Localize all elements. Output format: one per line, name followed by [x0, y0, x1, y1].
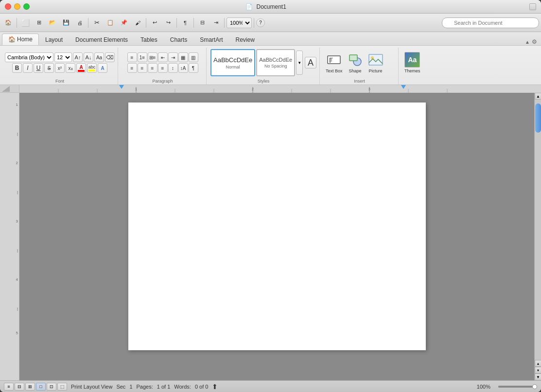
- ruler-tick-2: |: [17, 132, 18, 136]
- sort-button[interactable]: ↕A: [178, 63, 188, 73]
- search-input[interactable]: [442, 17, 539, 28]
- minimize-button[interactable]: [14, 3, 20, 10]
- title-icon: 📄: [245, 3, 253, 10]
- format-painter-button[interactable]: 🖌: [131, 17, 144, 29]
- insert-shape-button[interactable]: Shape: [346, 51, 365, 74]
- scroll-down-button[interactable]: ▾: [535, 367, 541, 374]
- view-btn-sidebar[interactable]: ⊞: [25, 383, 35, 391]
- styles-change-button[interactable]: A: [305, 57, 316, 68]
- zoom-thumb[interactable]: [532, 384, 537, 389]
- main-area: 1 | 2 | 3 | 4 | 5: [0, 85, 541, 380]
- view-btn-layout[interactable]: ⊡: [47, 383, 56, 391]
- home-toolbar-button[interactable]: 🏠: [2, 17, 15, 29]
- indent-button[interactable]: ⇥: [209, 17, 222, 29]
- zoom-control: 100%: [477, 384, 537, 390]
- zoom-select[interactable]: 100% 75% 125% 150%: [227, 17, 252, 28]
- open-button[interactable]: 📂: [46, 17, 59, 29]
- scroll-thumb[interactable]: [535, 103, 541, 133]
- font-case-button[interactable]: Aa: [94, 52, 104, 62]
- view-btn-master[interactable]: ⬚: [57, 383, 67, 391]
- tab-home-label: Home: [17, 36, 33, 43]
- view-btn-list[interactable]: ⊟: [15, 383, 24, 391]
- align-right-button[interactable]: ≡: [148, 63, 157, 73]
- subscript-button[interactable]: x₂: [66, 63, 75, 73]
- style-nospacing-label: No Spacing: [264, 64, 287, 68]
- cut-button[interactable]: ✂: [90, 17, 103, 29]
- styles-more-icon: ▼: [297, 61, 301, 65]
- tab-layout[interactable]: Layout: [39, 34, 69, 45]
- scroll-bottom-button[interactable]: ▼: [535, 374, 541, 380]
- font-color-button[interactable]: A: [76, 63, 86, 73]
- home-tab-icon: 🏠: [8, 36, 16, 43]
- document-canvas[interactable]: [19, 93, 534, 380]
- outline-list-button[interactable]: ⊞≡: [148, 52, 157, 62]
- font-family-select[interactable]: Cambria (Body) Arial Times New Roman: [5, 52, 53, 62]
- underline-button[interactable]: U: [34, 63, 43, 73]
- font-size-select[interactable]: 12 8 10 14 16: [54, 52, 72, 62]
- save-button[interactable]: 💾: [60, 17, 72, 29]
- bullet-list-button[interactable]: ≡: [127, 52, 137, 62]
- help-button[interactable]: ?: [256, 18, 265, 27]
- clear-format-button[interactable]: ⌫: [105, 52, 115, 62]
- tab-tables[interactable]: Tables: [134, 34, 164, 45]
- border-button[interactable]: ▦: [178, 52, 188, 62]
- view-btn-normal[interactable]: □: [36, 383, 46, 391]
- increase-indent-button[interactable]: ⇥: [168, 52, 178, 62]
- font-size-decrease-button[interactable]: A↓: [84, 52, 93, 62]
- vertical-scrollbar[interactable]: ▲ ▴ ▾ ▼: [534, 93, 541, 380]
- main-toolbar: 🏠 ⬜ ⊞ 📂 💾 🖨 ✂ 📋 📌 🖌 ↩ ↪ ¶ ⊟ ⇥ 100% 75: [0, 14, 541, 32]
- scroll-track[interactable]: [535, 100, 541, 360]
- tab-review[interactable]: Review: [229, 34, 261, 45]
- indent-icon: ⇥: [214, 19, 218, 26]
- ribbon-settings-icon[interactable]: ⚙: [532, 38, 537, 45]
- justify-button[interactable]: ≡: [158, 63, 168, 73]
- ribbon-group-paragraph: ≡ 1≡ ⊞≡ ⇤ ⇥ ▦ ▥ ≡ ≡ ≡ ≡ ↕ ↕A: [119, 48, 207, 85]
- bold-button[interactable]: B: [12, 63, 22, 73]
- redo-button[interactable]: ↪: [162, 17, 175, 29]
- paste-button[interactable]: 📌: [118, 17, 130, 29]
- insert-textbox-button[interactable]: T Text Box: [324, 51, 345, 74]
- tab-smartart[interactable]: SmartArt: [193, 34, 229, 45]
- font-size-increase-button[interactable]: A↑: [73, 52, 83, 62]
- strikethrough-button[interactable]: S: [44, 63, 54, 73]
- undo-button[interactable]: ↩: [148, 17, 161, 29]
- align-left-button[interactable]: ≡: [127, 63, 137, 73]
- scroll-down-up-button[interactable]: ▴: [535, 360, 541, 367]
- style-nospacing-button[interactable]: AaBbCcDdEe No Spacing: [256, 49, 295, 76]
- tab-document-elements[interactable]: Document Elements: [69, 34, 134, 45]
- pilcrow-button[interactable]: ¶: [179, 17, 192, 29]
- document-page[interactable]: [128, 102, 426, 350]
- styles-group-label: Styles: [210, 78, 316, 84]
- numbered-list-button[interactable]: 1≡: [138, 52, 147, 62]
- superscript-button[interactable]: x²: [55, 63, 65, 73]
- resize-button[interactable]: [529, 3, 536, 10]
- copy-button[interactable]: 📋: [104, 17, 117, 29]
- style-normal-button[interactable]: AaBbCcDdEe Normal: [210, 49, 255, 76]
- shading-button[interactable]: ▥: [189, 52, 198, 62]
- insert-picture-button[interactable]: Picture: [366, 51, 385, 74]
- scroll-up-button[interactable]: ▲: [535, 93, 541, 100]
- pilcrow-format-button[interactable]: ¶: [189, 63, 198, 73]
- view-toggle-button[interactable]: ⊟: [196, 17, 209, 29]
- tab-charts[interactable]: Charts: [164, 34, 193, 45]
- tab-home[interactable]: 🏠 Home: [2, 34, 39, 45]
- styles-more-button[interactable]: ▼: [296, 51, 303, 75]
- align-center-button[interactable]: ≡: [138, 63, 147, 73]
- italic-button[interactable]: I: [23, 63, 33, 73]
- print-button[interactable]: 🖨: [73, 17, 86, 29]
- themes-button[interactable]: Aa Themes: [402, 51, 422, 74]
- para-align-row: ≡ ≡ ≡ ≡ ↕ ↕A ¶: [127, 63, 198, 73]
- line-spacing-button[interactable]: ↕: [168, 63, 178, 73]
- decrease-indent-button[interactable]: ⇤: [158, 52, 168, 62]
- text-effect-button[interactable]: A: [98, 63, 107, 73]
- new-button[interactable]: ⬜: [19, 17, 32, 29]
- close-button[interactable]: [5, 3, 11, 10]
- maximize-button[interactable]: [23, 3, 30, 10]
- zoom-slider[interactable]: [498, 386, 537, 388]
- highlight-button[interactable]: abc: [87, 63, 97, 73]
- view-btn-outline[interactable]: ≡: [4, 383, 14, 391]
- upload-icon[interactable]: ⬆: [212, 383, 218, 391]
- para-group-content: ≡ 1≡ ⊞≡ ⇤ ⇥ ▦ ▥ ≡ ≡ ≡ ≡ ↕ ↕A: [122, 48, 203, 78]
- ribbon-collapse-icon[interactable]: ▲: [525, 39, 530, 45]
- grid-button[interactable]: ⊞: [33, 17, 45, 29]
